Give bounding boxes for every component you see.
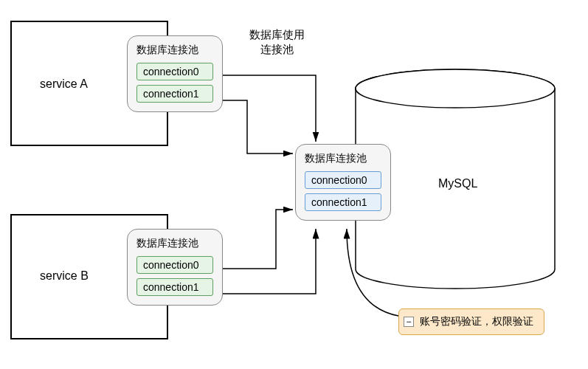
pool-a: 数据库连接池 connection0 connection1 <box>127 35 223 112</box>
pool-a-title: 数据库连接池 <box>136 44 213 57</box>
pool-db: 数据库连接池 connection0 connection1 <box>295 144 391 221</box>
mysql-label: MySQL <box>438 177 477 190</box>
db-use-pool-label-line2: 连接池 <box>260 43 294 57</box>
pool-db-conn1: connection1 <box>305 193 381 211</box>
service-a-label: service A <box>40 77 88 91</box>
service-b-label: service B <box>40 269 89 283</box>
pool-a-conn0: connection0 <box>136 63 213 80</box>
pool-b-conn0: connection0 <box>136 256 213 274</box>
pool-b: 数据库连接池 connection0 connection1 <box>127 229 223 306</box>
svg-point-0 <box>356 69 555 108</box>
pool-a-conn1: connection1 <box>136 85 213 103</box>
collapse-icon: − <box>404 317 414 327</box>
pool-b-conn1: connection1 <box>136 278 213 296</box>
pool-db-title: 数据库连接池 <box>305 152 381 165</box>
db-use-pool-label-line1: 数据库使用 <box>249 28 305 42</box>
auth-note: − 账号密码验证，权限验证 <box>398 308 544 335</box>
pool-db-conn0: connection0 <box>305 171 381 189</box>
auth-note-text: 账号密码验证，权限验证 <box>420 315 533 327</box>
svg-point-1 <box>356 69 555 108</box>
pool-b-title: 数据库连接池 <box>136 237 213 250</box>
